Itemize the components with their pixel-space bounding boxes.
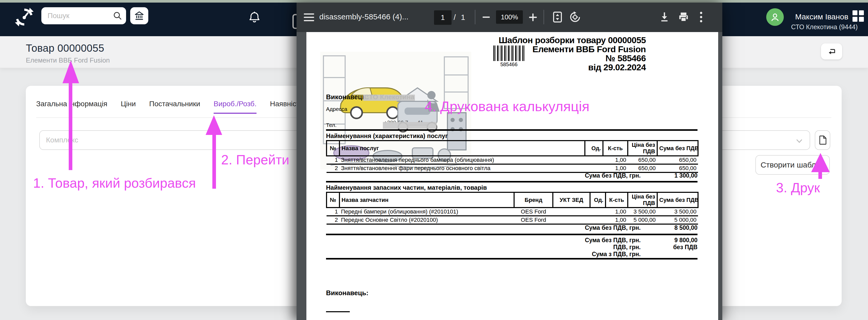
branch-bank-button[interactable] <box>130 7 148 24</box>
table-cell: 1,00 <box>603 156 628 164</box>
person-icon <box>769 11 781 23</box>
executor2-label: Виконавець: <box>326 289 368 297</box>
user-name[interactable]: Максим Іванов <box>780 12 848 21</box>
totals-row: ПДВ, грн.без ПДВ <box>326 244 698 251</box>
table-row: 2Переднє Основне Світло (#2020100)OES Fo… <box>327 216 698 224</box>
table-cell: Зняття/встановлення переднього бампера (… <box>339 156 585 164</box>
tab-3[interactable]: Постачальники <box>149 100 200 114</box>
pdf-menu-button[interactable] <box>304 13 314 22</box>
notifications-bell-button[interactable] <box>248 10 261 24</box>
annotation-shaft-2 <box>212 134 216 189</box>
table-cell: 650,00 <box>657 164 698 172</box>
annotation-text-1: 1. Товар, який розбирався <box>33 175 196 191</box>
rotate-button[interactable] <box>569 11 581 23</box>
search-icon <box>113 11 122 20</box>
annotation-arrowhead-1 <box>63 60 79 83</box>
kebab-menu-icon <box>700 11 703 23</box>
print-template-button[interactable] <box>815 130 830 150</box>
zoom-in-button[interactable] <box>529 13 537 21</box>
column-header: № <box>327 141 339 156</box>
collapse-return-button[interactable] <box>821 43 842 59</box>
table-cell: 650,00 <box>628 164 657 172</box>
pdf-page-input[interactable] <box>434 10 452 25</box>
combobox-placeholder: Комплекс <box>46 136 78 144</box>
table-row: 2Зняття/встановлення фари переднього осн… <box>327 164 698 172</box>
totals-row: Сума з ПДВ, грн. <box>326 251 698 258</box>
print-button[interactable] <box>678 11 689 23</box>
fit-page-button[interactable] <box>553 11 562 23</box>
table-cell <box>553 208 590 216</box>
window-top-strip <box>0 0 868 3</box>
table-cell: 650,00 <box>628 156 657 164</box>
tabs: Загальна інформаціяЦіниПостачальникиВиро… <box>36 100 303 114</box>
toolbar-separator <box>544 10 544 24</box>
column-header: Сума без ПДВ <box>657 192 698 208</box>
pdf-page-divider: / <box>454 13 456 22</box>
annotation-shaft-1 <box>69 82 72 170</box>
table-cell: 650,00 <box>657 156 698 164</box>
table-cell: OES Ford <box>514 208 553 216</box>
more-options-button[interactable] <box>700 11 703 23</box>
column-header: Ціна без ПДВ <box>628 192 657 208</box>
services-subtotal: Сума без ПДВ, грн.1 300,00 <box>326 172 698 179</box>
annotation-text-4: 4. Друкована калькуляція <box>425 98 590 114</box>
pdf-page-total: 1 <box>461 13 465 22</box>
chevron-down-icon <box>796 139 802 143</box>
pdf-viewer-modal: disassembly-585466 (4)... / 1 100% <box>297 3 722 320</box>
table-cell <box>553 216 590 224</box>
document-icon <box>818 135 827 145</box>
rotate-icon <box>569 11 581 23</box>
zoom-level: 100% <box>496 10 523 24</box>
totals-label: Сума з ПДВ, грн. <box>326 251 641 258</box>
table-cell <box>590 208 606 216</box>
annotation-arrowhead-3 <box>811 153 830 172</box>
table-cell: 2 <box>327 164 339 172</box>
section-line <box>326 129 698 131</box>
redaction-box <box>383 122 437 129</box>
annotation-text-3: 3. Друк <box>776 180 820 196</box>
app-logo[interactable] <box>14 7 34 27</box>
executor-label: Виконавець: <box>326 93 368 101</box>
section-line <box>326 258 698 260</box>
section-line <box>326 234 698 235</box>
redaction-box <box>363 95 415 101</box>
totals-value: без ПДВ <box>641 244 698 251</box>
barcode <box>493 46 524 61</box>
column-header: Ціна без ПДВ <box>628 141 657 156</box>
table-cell: 1,00 <box>606 216 628 224</box>
annotation-shaft-3 <box>818 171 822 179</box>
table-cell: 3 500,00 <box>628 208 657 216</box>
subtotal-label: Сума без ПДВ, грн. <box>326 172 641 179</box>
totals-label: Сума без ПДВ, грн. <box>326 237 641 244</box>
address-label: Адресса <box>326 106 347 112</box>
download-button[interactable] <box>659 11 670 22</box>
services-section-title: Найменування (характеристика) послуг <box>326 132 448 140</box>
table-cell: Переднє Основне Світло (#2020100) <box>339 216 514 224</box>
tab-4[interactable]: Вироб./Розб. <box>214 100 256 114</box>
tab-2[interactable]: Ціни <box>121 100 136 114</box>
column-header: К-сть <box>603 141 628 156</box>
column-header: № <box>327 192 339 208</box>
services-table: №Назва послугОд.К-стьЦіна без ПДВСума бе… <box>326 140 699 173</box>
table-cell: 5 000,00 <box>628 216 657 224</box>
fit-page-icon <box>553 11 562 23</box>
table-row: 1Зняття/встановлення переднього бампера … <box>327 156 698 164</box>
totals-value: 9 800,00 <box>641 237 698 244</box>
zoom-out-button[interactable] <box>483 17 490 18</box>
table-row: 1Передні бампери (облицювання) (#2010101… <box>327 208 698 216</box>
apps-grid-button[interactable] <box>852 10 864 22</box>
subtotal-label: Сума без ПДВ, грн. <box>326 224 641 231</box>
column-header: Од. <box>585 141 603 156</box>
table-cell: 2 <box>327 216 339 224</box>
subtotal-value: 8 500,00 <box>641 224 698 231</box>
page-title: Товар 00000055 <box>26 42 104 54</box>
barcode-number: 585466 <box>493 61 524 67</box>
minus-icon <box>483 17 490 18</box>
table-cell <box>590 216 606 224</box>
table-cell <box>585 156 603 164</box>
parts-table-wrap: №Назва запчастинБрендУКТ ЗЕДОд.К-стьЦіна… <box>326 192 699 225</box>
table-cell: Передні бампери (облицювання) (#2010101) <box>339 208 514 216</box>
column-header: Сума без ПДВ <box>657 141 698 156</box>
parts-table: №Назва запчастинБрендУКТ ЗЕДОд.К-стьЦіна… <box>326 192 699 225</box>
pdf-filename: disassembly-585466 (4)... <box>319 12 429 21</box>
